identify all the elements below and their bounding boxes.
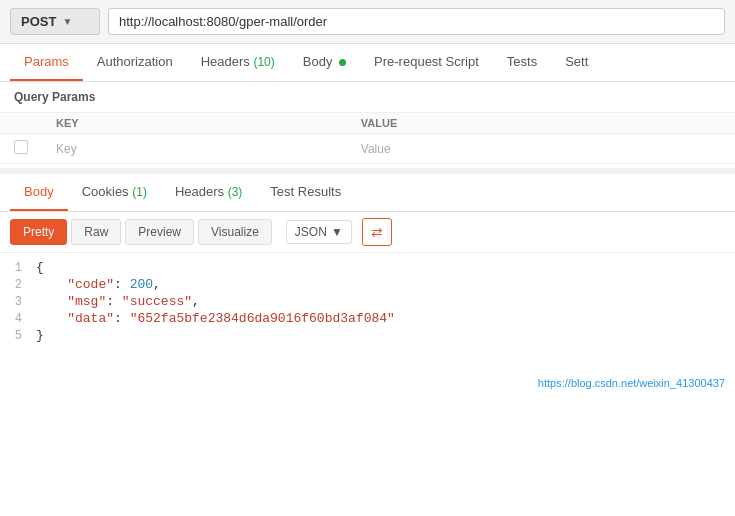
params-table: KEY VALUE Key Value — [0, 112, 735, 164]
line-content-3: "msg": "success", — [36, 294, 735, 309]
query-params-label: Query Params — [0, 82, 735, 112]
wrap-button[interactable]: ⇄ — [362, 218, 392, 246]
code-area: 1 { 2 "code": 200, 3 "msg": "success", 4… — [0, 253, 735, 373]
row-checkbox[interactable] — [14, 140, 28, 154]
subtab-preview[interactable]: Preview — [125, 219, 194, 245]
resp-headers-badge: (3) — [228, 185, 243, 199]
method-label: POST — [21, 14, 56, 29]
code-line-3: 3 "msg": "success", — [0, 293, 735, 310]
table-row: Key Value — [0, 134, 735, 164]
row-checkbox-cell — [0, 134, 42, 164]
code-line-5: 5 } — [0, 327, 735, 344]
response-tab-cookies[interactable]: Cookies (1) — [68, 174, 161, 211]
key-column-header: KEY — [42, 113, 347, 134]
checkbox-col-header — [0, 113, 42, 134]
response-tab-body[interactable]: Body — [10, 174, 68, 211]
value-cell[interactable]: Value — [347, 134, 735, 164]
line-content-2: "code": 200, — [36, 277, 735, 292]
cookies-badge: (1) — [132, 185, 147, 199]
line-num-1: 1 — [0, 261, 36, 275]
tab-authorization[interactable]: Authorization — [83, 44, 187, 81]
code-line-4: 4 "data": "652fa5bfe2384d6da9016f60bd3af… — [0, 310, 735, 327]
format-select[interactable]: JSON ▼ — [286, 220, 352, 244]
top-bar: POST ▼ — [0, 0, 735, 44]
request-tabs: Params Authorization Headers (10) Body P… — [0, 44, 735, 82]
line-content-4: "data": "652fa5bfe2384d6da9016f60bd3af08… — [36, 311, 735, 326]
method-select[interactable]: POST ▼ — [10, 8, 100, 35]
tab-settings[interactable]: Sett — [551, 44, 602, 81]
subtab-raw[interactable]: Raw — [71, 219, 121, 245]
code-line-1: 1 { — [0, 259, 735, 276]
watermark-link[interactable]: https://blog.csdn.net/weixin_41300437 — [538, 377, 725, 389]
response-tabs: Body Cookies (1) Headers (3) Test Result… — [0, 174, 735, 212]
url-input[interactable] — [108, 8, 725, 35]
code-line-2: 2 "code": 200, — [0, 276, 735, 293]
tab-prerequest[interactable]: Pre-request Script — [360, 44, 493, 81]
response-tab-headers[interactable]: Headers (3) — [161, 174, 256, 211]
tab-params[interactable]: Params — [10, 44, 83, 81]
tab-headers[interactable]: Headers (10) — [187, 44, 289, 81]
line-num-5: 5 — [0, 329, 36, 343]
line-content-1: { — [36, 260, 735, 275]
line-num-3: 3 — [0, 295, 36, 309]
key-cell[interactable]: Key — [42, 134, 347, 164]
value-column-header: VALUE — [347, 113, 735, 134]
format-chevron-icon: ▼ — [331, 225, 343, 239]
line-num-2: 2 — [0, 278, 36, 292]
tab-tests[interactable]: Tests — [493, 44, 551, 81]
wrap-icon: ⇄ — [371, 224, 383, 240]
response-tab-testresults[interactable]: Test Results — [256, 174, 355, 211]
tab-body[interactable]: Body — [289, 44, 360, 81]
response-section: Body Cookies (1) Headers (3) Test Result… — [0, 168, 735, 393]
line-num-4: 4 — [0, 312, 36, 326]
subtab-pretty[interactable]: Pretty — [10, 219, 67, 245]
subtab-visualize[interactable]: Visualize — [198, 219, 272, 245]
headers-badge: (10) — [253, 55, 274, 69]
body-dot — [339, 59, 346, 66]
line-content-5: } — [36, 328, 735, 343]
watermark: https://blog.csdn.net/weixin_41300437 — [0, 373, 735, 393]
response-toolbar: Pretty Raw Preview Visualize JSON ▼ ⇄ — [0, 212, 735, 253]
chevron-down-icon: ▼ — [62, 16, 72, 27]
